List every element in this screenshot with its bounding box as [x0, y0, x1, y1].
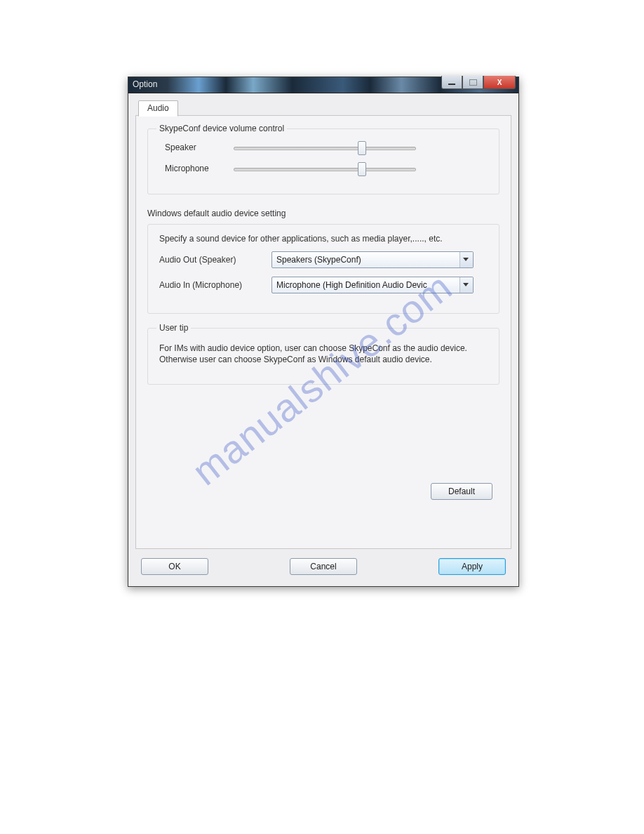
row-speaker: Speaker [165, 140, 489, 154]
desc-user-tip: For IMs with audio device option, user c… [159, 343, 486, 365]
cancel-button[interactable]: Cancel [290, 558, 357, 575]
group-volume-control: SkypeConf device volume control Speaker … [147, 128, 499, 194]
label-microphone: Microphone [165, 164, 228, 173]
default-button-wrap: Default [147, 483, 499, 500]
heading-default-device: Windows default audio device setting [147, 208, 499, 218]
row-audio-in: Audio In (Microphone) Microphone (High D… [159, 277, 489, 293]
client-area: Audio SkypeConf device volume control Sp… [128, 93, 518, 586]
slider-thumb[interactable] [358, 141, 366, 155]
label-audio-in: Audio In (Microphone) [159, 280, 271, 290]
close-button[interactable]: X [483, 76, 516, 89]
titlebar: Option X [128, 77, 518, 93]
option-window: Option X Audio SkypeConf device volume c… [128, 77, 519, 587]
window-controls: X [441, 76, 516, 89]
tab-page-audio: SkypeConf device volume control Speaker … [135, 115, 511, 549]
row-audio-out: Audio Out (Speaker) Speakers (SkypeConf) [159, 251, 489, 268]
slider-track [234, 168, 416, 171]
group-default-device: Specify a sound device for other applica… [147, 224, 499, 314]
section-default-device: Windows default audio device setting Spe… [147, 208, 499, 314]
default-button[interactable]: Default [431, 483, 492, 500]
tab-strip: Audio [135, 100, 511, 116]
window-title: Option [133, 79, 157, 89]
slider-track [234, 147, 416, 150]
tab-audio[interactable]: Audio [138, 100, 178, 117]
document-page: Option X Audio SkypeConf device volume c… [0, 0, 644, 834]
group-user-tip: User tip For IMs with audio device optio… [147, 328, 499, 384]
group-user-tip-legend: User tip [156, 323, 191, 333]
combo-audio-in[interactable]: Microphone (High Definition Audio Devic [271, 277, 474, 293]
combo-audio-out[interactable]: Speakers (SkypeConf) [271, 251, 474, 268]
slider-microphone[interactable] [234, 161, 416, 176]
apply-button[interactable]: Apply [438, 558, 506, 575]
combo-audio-in-value: Microphone (High Definition Audio Devic [276, 280, 427, 290]
desc-default-device: Specify a sound device for other applica… [159, 233, 486, 244]
ok-button[interactable]: OK [141, 558, 208, 575]
combo-audio-out-value: Speakers (SkypeConf) [276, 255, 361, 265]
row-microphone: Microphone [165, 161, 489, 176]
slider-speaker[interactable] [234, 140, 416, 154]
label-speaker: Speaker [165, 143, 228, 152]
group-volume-legend: SkypeConf device volume control [156, 124, 287, 133]
dialog-buttons: OK Cancel Apply [135, 550, 511, 578]
minimize-button[interactable] [441, 76, 462, 89]
slider-thumb[interactable] [358, 162, 366, 176]
maximize-button[interactable] [462, 76, 483, 89]
label-audio-out: Audio Out (Speaker) [159, 255, 271, 265]
